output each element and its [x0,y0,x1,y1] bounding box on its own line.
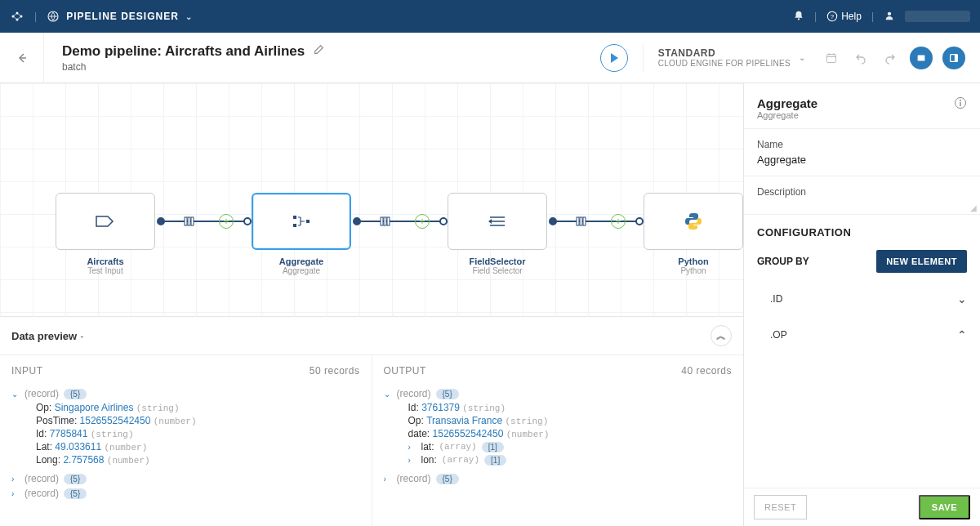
record-row[interactable]: ⌄ (record) {5} [384,386,733,401]
layout-icon [915,52,927,64]
svg-rect-10 [918,55,925,60]
brand-label: PIPELINE DESIGNER [66,11,179,22]
field-row: Id: 7785841 (string) [11,427,360,440]
user-name-placeholder[interactable] [905,11,970,22]
record-badge: {5} [64,488,87,499]
chevron-right-icon: › [384,475,392,484]
group-by-header: GROUP BY NEW ELEMENT [744,242,980,281]
preview-output-column: OUTPUT 40 records ⌄ (record) {5} Id: 376… [372,355,744,526]
engine-standard: STANDARD [658,47,791,59]
reset-button[interactable]: RESET [754,495,807,519]
calendar-icon [825,51,838,65]
record-row[interactable]: › (record) {5} [11,471,360,486]
add-node-button[interactable]: + [219,214,234,229]
link[interactable] [163,221,247,222]
output-count: 40 records [681,365,732,377]
chevron-down-icon[interactable]: ⌄ [957,292,967,305]
description-section[interactable]: Description ◢ [744,176,980,215]
port-in[interactable] [439,217,448,225]
record-type: (record) [24,488,59,499]
undo-button[interactable] [851,48,871,68]
svg-rect-24 [583,217,586,225]
link[interactable] [555,221,639,222]
record-badge: {5} [64,389,87,399]
app-logo-icon[interactable] [10,9,24,24]
properties-panel: Aggregate Aggregate Name Aggregate Descr… [743,83,980,526]
double-chevron-up-icon: ︽ [716,329,726,343]
aggregate-icon [292,213,311,230]
svg-rect-15 [306,220,310,223]
add-node-button[interactable]: + [611,214,626,229]
help-link[interactable]: ? Help [826,11,862,22]
record-type: (record) [24,473,59,484]
node-python[interactable]: Python Python [644,193,743,275]
engine-sublabel: CLOUD ENGINE FOR PIPELINES [658,59,791,68]
python-icon [684,212,703,231]
collapse-preview-button[interactable]: ︽ [710,325,732,346]
resize-handle-icon[interactable]: ◢ [970,203,977,212]
panel-footer: RESET SAVE [744,488,980,526]
panel-subtitle: Aggregate [757,110,817,120]
output-title: OUTPUT [384,365,426,377]
redo-icon [884,51,897,65]
svg-text:?: ? [831,13,835,20]
record-type: (record) [397,388,431,399]
svg-point-26 [960,100,961,101]
arrow-left-icon [16,51,29,65]
node-subtitle: Field Selector [448,266,547,275]
columns-icon[interactable] [575,215,588,228]
group-item[interactable]: .ID ⌄ [744,281,980,317]
user-icon[interactable] [884,10,895,24]
chevron-down-icon: ⌄ [185,12,193,21]
pipeline-title: Demo pipeline: Aircrafts and Airlines [62,43,305,60]
engine-selector[interactable]: STANDARD CLOUD ENGINE FOR PIPELINES ⌄ [658,47,805,68]
add-node-button[interactable]: + [415,214,430,229]
node-subtitle: Aggregate [252,266,351,275]
schedule-button[interactable] [822,48,841,68]
pipeline-canvas[interactable]: Aircrafts Test Input Aggregate Aggregate [0,83,743,317]
output-tree: ⌄ (record) {5} Id: 3761379 (string) Op: … [372,383,744,493]
edit-icon[interactable] [313,44,324,59]
node-aircrafts[interactable]: Aircrafts Test Input [56,193,155,275]
field-array-row[interactable]: ›lat: (array) [1] [384,440,733,453]
run-button[interactable] [600,44,628,72]
help-label: Help [841,11,862,22]
brand-dropdown[interactable]: PIPELINE DESIGNER ⌄ [47,10,193,23]
bell-icon[interactable] [793,10,804,24]
pipeline-header: Demo pipeline: Aircrafts and Airlines ba… [0,33,980,83]
group-item[interactable]: .OP ⌃ [744,317,980,353]
svg-rect-19 [381,217,383,225]
group-by-label: GROUP BY [757,256,809,267]
info-icon[interactable] [954,96,967,113]
svg-rect-9 [827,54,836,62]
name-label: Name [757,139,967,150]
save-button[interactable]: SAVE [919,495,970,519]
columns-icon[interactable] [379,215,392,228]
node-title: Python [644,256,743,266]
node-fieldselector[interactable]: FieldSelector Field Selector [448,193,547,275]
node-aggregate[interactable]: Aggregate Aggregate [252,193,351,275]
redo-button[interactable] [880,48,900,68]
chevron-up-icon[interactable]: ⌃ [957,328,967,341]
brand-icon [47,10,60,23]
data-preview-title: Data preview [11,330,77,342]
record-row[interactable]: ⌄ (record) {5} [11,386,360,401]
record-row[interactable]: › (record) {5} [11,486,360,501]
record-row[interactable]: › (record) {5} [384,471,733,486]
record-badge: {5} [64,474,87,484]
preview-toggle-button[interactable] [910,47,933,69]
field-array-row[interactable]: ›lon: (array) [1] [384,453,733,466]
undo-icon [854,51,867,65]
link[interactable] [359,221,443,222]
columns-icon[interactable] [183,215,196,228]
separator: | [871,11,874,22]
panel-toggle-button[interactable] [942,47,965,69]
sidepanel-icon [948,52,960,64]
port-in[interactable] [243,217,252,225]
new-element-button[interactable]: NEW ELEMENT [876,250,967,273]
name-value[interactable]: Aggregate [757,154,967,166]
port-in[interactable] [635,217,644,225]
top-navbar: | PIPELINE DESIGNER ⌄ | ? Help | [0,0,980,33]
canvas-column: Aircrafts Test Input Aggregate Aggregate [0,83,743,526]
back-button[interactable] [0,33,44,82]
